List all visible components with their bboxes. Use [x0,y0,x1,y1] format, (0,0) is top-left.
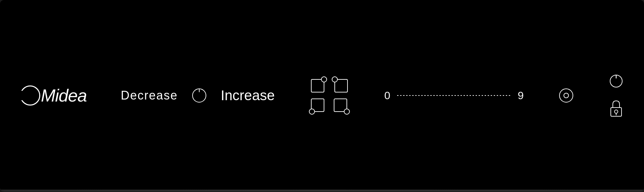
decrease-button[interactable]: Decrease [121,89,178,102]
zone-bl-button[interactable] [309,98,327,116]
zone-col-right [331,75,350,116]
lock-icon [608,99,624,118]
timer-button[interactable] [191,87,207,104]
power-top-icon [608,73,624,89]
logo-circle [20,85,40,106]
slider-track [397,95,511,96]
increase-button[interactable]: Increase [221,88,275,103]
brand-logo: Midea [20,85,87,106]
left-controls-group: Decrease Increase [121,87,275,104]
lock-button[interactable] [608,99,624,118]
right-controls-group [608,73,624,118]
zone-tr-button[interactable] [331,75,350,93]
power-top-button[interactable] [608,73,624,89]
svg-point-3 [321,77,327,82]
boost-button[interactable] [558,87,575,104]
zone-tr-icon [331,75,350,93]
svg-point-11 [559,89,573,102]
timer-icon [191,87,207,104]
zone-tl-button[interactable] [309,75,327,93]
heat-slider-group: 0 9 [384,89,524,102]
svg-point-12 [564,93,569,98]
controls-container: Midea Decrease Increase [0,73,644,118]
zone-controls-group [309,75,350,116]
zone-tl-icon [309,75,327,93]
svg-point-9 [344,109,350,114]
svg-point-5 [309,109,315,114]
zone-br-button[interactable] [331,98,350,116]
svg-point-7 [332,77,337,82]
zone-br-icon [331,98,350,116]
boost-icon [558,87,575,104]
zone-bl-icon [309,98,327,116]
brand-name: Midea [41,87,87,104]
svg-point-16 [614,110,618,113]
slider-max-label: 9 [518,89,524,102]
zone-col-left [309,75,327,116]
slider-min-label: 0 [384,89,390,102]
heat-slider[interactable] [397,92,511,99]
control-panel: Midea Decrease Increase [0,0,644,192]
